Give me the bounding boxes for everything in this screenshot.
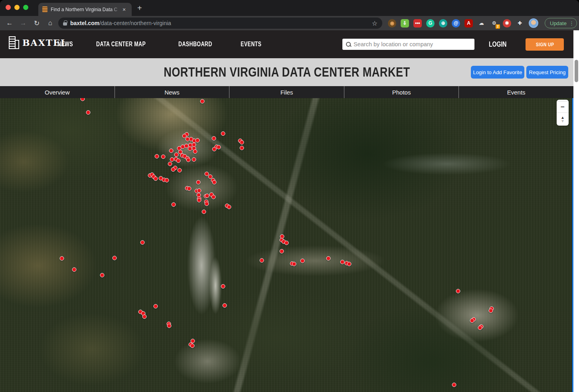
- pitch-toggle-button[interactable]: ▲ ▼: [557, 113, 569, 126]
- scrollbar-thumb[interactable]: [575, 60, 578, 82]
- tab-close-icon[interactable]: ×: [123, 6, 126, 13]
- map-marker[interactable]: [292, 262, 296, 266]
- back-icon[interactable]: ←: [4, 18, 15, 29]
- map-marker[interactable]: [340, 260, 345, 264]
- map-marker[interactable]: [113, 256, 117, 260]
- map-marker[interactable]: [190, 344, 195, 348]
- map-marker[interactable]: [212, 180, 217, 185]
- map-marker[interactable]: [326, 256, 331, 261]
- nav-item-dashboard[interactable]: DASHBOARD: [178, 41, 222, 48]
- map-marker[interactable]: [140, 240, 145, 245]
- address-bar[interactable]: baxtel.com/data-center/northern-virginia…: [58, 18, 382, 29]
- map-marker[interactable]: [167, 324, 172, 328]
- page-scrollbar[interactable]: [573, 30, 579, 392]
- tab-events[interactable]: Events: [459, 86, 573, 98]
- map-marker[interactable]: [212, 136, 216, 141]
- map-marker[interactable]: [240, 146, 244, 150]
- window-minimize-icon[interactable]: [14, 5, 20, 10]
- map-marker[interactable]: [72, 268, 77, 272]
- map-marker[interactable]: [178, 168, 182, 173]
- login-to-add-favorite-button[interactable]: Login to Add Favorite: [471, 66, 524, 79]
- map-marker[interactable]: [81, 98, 85, 101]
- map-marker[interactable]: [300, 259, 305, 263]
- map-marker[interactable]: [142, 315, 147, 319]
- map-marker[interactable]: [456, 289, 460, 294]
- map-marker[interactable]: [165, 178, 169, 183]
- map-marker[interactable]: [217, 145, 221, 150]
- extension-tampermonkey-icon[interactable]: ⚙2: [490, 19, 498, 28]
- map-marker[interactable]: [154, 304, 158, 309]
- bookmark-star-icon[interactable]: ☆: [372, 20, 377, 27]
- map-marker[interactable]: [176, 159, 181, 163]
- browser-menu-icon[interactable]: ⋮: [569, 20, 574, 26]
- login-link[interactable]: LOGIN: [489, 30, 512, 58]
- map-marker[interactable]: [100, 273, 105, 278]
- extension-cloud-icon[interactable]: ☁: [477, 19, 486, 28]
- new-tab-button[interactable]: +: [137, 4, 142, 12]
- home-icon[interactable]: ⌂: [45, 18, 56, 29]
- map-marker[interactable]: [193, 150, 198, 154]
- map-marker[interactable]: [197, 198, 202, 203]
- map-marker[interactable]: [171, 167, 176, 172]
- map-marker[interactable]: [155, 154, 159, 159]
- forward-icon[interactable]: →: [18, 18, 29, 29]
- window-close-icon[interactable]: [6, 5, 11, 10]
- map-marker[interactable]: [86, 110, 91, 115]
- profile-avatar[interactable]: [529, 18, 538, 28]
- map-marker[interactable]: [223, 303, 227, 308]
- map-marker[interactable]: [169, 149, 174, 153]
- map-marker[interactable]: [240, 140, 244, 145]
- extension-share-icon[interactable]: ⊕: [439, 19, 447, 28]
- tab-news[interactable]: News: [115, 86, 230, 98]
- signup-button[interactable]: SIGN UP: [526, 38, 564, 51]
- window-zoom-icon[interactable]: [23, 5, 28, 10]
- map-marker[interactable]: [202, 210, 206, 214]
- map-marker[interactable]: [196, 138, 200, 143]
- request-pricing-button[interactable]: Request Pricing: [526, 66, 568, 79]
- extension-lastpass-icon[interactable]: •••: [413, 19, 422, 28]
- map-marker[interactable]: [200, 99, 205, 104]
- map-marker[interactable]: [260, 258, 264, 263]
- extensions-puzzle-icon[interactable]: ✚: [516, 19, 524, 28]
- map-marker[interactable]: [347, 262, 352, 266]
- map-marker[interactable]: [60, 256, 64, 261]
- map-marker[interactable]: [187, 187, 192, 191]
- map-marker[interactable]: [280, 249, 284, 254]
- map-marker[interactable]: [196, 180, 201, 185]
- extension-printer-icon[interactable]: ⇩: [401, 19, 409, 28]
- browser-tab[interactable]: Find a Northern Virginia Data C ×: [38, 3, 132, 16]
- map-marker[interactable]: [212, 147, 217, 152]
- map-marker[interactable]: [154, 177, 158, 181]
- tab-overview[interactable]: Overview: [0, 86, 115, 98]
- map-marker[interactable]: [205, 194, 209, 198]
- map-marker[interactable]: [161, 155, 166, 159]
- tab-files[interactable]: Files: [229, 86, 344, 98]
- extension-acrobat-icon[interactable]: A: [464, 19, 473, 28]
- nav-item-news[interactable]: NEWS: [57, 41, 77, 48]
- search-input[interactable]: [354, 41, 471, 47]
- map-marker[interactable]: [211, 195, 216, 199]
- reload-icon[interactable]: ↻: [31, 18, 42, 29]
- map-marker[interactable]: [478, 326, 482, 330]
- tab-photos[interactable]: Photos: [344, 86, 459, 98]
- map-marker[interactable]: [186, 158, 191, 162]
- nav-item-data-center-map[interactable]: DATA CENTER MAP: [96, 41, 160, 48]
- map-marker[interactable]: [221, 132, 225, 136]
- map-marker[interactable]: [172, 203, 176, 207]
- map-marker[interactable]: [221, 284, 225, 289]
- extension-adblock-icon[interactable]: ✱: [503, 19, 511, 28]
- map-marker[interactable]: [285, 241, 289, 245]
- map-marker[interactable]: [197, 189, 202, 193]
- map-marker[interactable]: [192, 158, 196, 162]
- update-button[interactable]: Update ⋮: [545, 18, 577, 28]
- extension-grammarly-icon[interactable]: G: [426, 19, 435, 28]
- extension-reader-icon[interactable]: @: [452, 19, 460, 28]
- map-marker[interactable]: [168, 162, 172, 166]
- nav-item-events[interactable]: EVENTS: [241, 41, 267, 48]
- map-marker[interactable]: [227, 205, 231, 209]
- map-marker[interactable]: [452, 383, 456, 387]
- map-marker[interactable]: [489, 309, 493, 313]
- satellite-map[interactable]: − ▲ ▼: [0, 98, 573, 392]
- map-marker[interactable]: [205, 202, 209, 206]
- map-marker[interactable]: [174, 153, 179, 157]
